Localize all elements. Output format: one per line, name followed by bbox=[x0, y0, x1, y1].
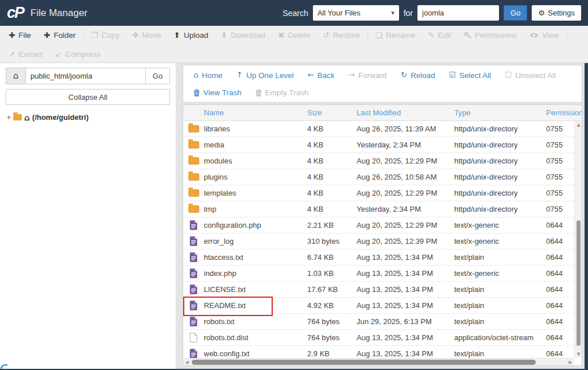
scroll-up-arrow-icon[interactable]: ▲ bbox=[575, 121, 582, 128]
horizontal-scrollbar-thumb[interactable] bbox=[192, 360, 536, 365]
cell-name: libraries bbox=[204, 124, 307, 133]
folder-icon bbox=[183, 173, 204, 181]
toolbar-copy[interactable]: ❐Copy bbox=[85, 26, 126, 45]
toolbar-view[interactable]: View bbox=[523, 26, 565, 45]
scroll-left-arrow-icon[interactable]: ◀ bbox=[183, 359, 191, 366]
scroll-down-arrow-icon[interactable]: ▼ bbox=[575, 350, 582, 358]
table-row-robots-txt[interactable]: robots.txt764 bytesJun 29, 2025, 6:13 PM… bbox=[183, 314, 574, 330]
nav-reload[interactable]: ↻Reload bbox=[394, 71, 442, 80]
table-row-configuration-php[interactable]: configuration.php2.21 KBAug 20, 2025, 12… bbox=[183, 217, 574, 233]
table-body: libraries4 KBAug 26, 2025, 11:39 AMhttpd… bbox=[183, 121, 574, 358]
nav-home[interactable]: ⌂Home bbox=[187, 71, 230, 80]
column-header-name[interactable]: Name bbox=[204, 108, 307, 117]
cell-name: web.config.txt bbox=[204, 349, 307, 358]
table-row-error-log[interactable]: error_log310 bytesAug 20, 2025, 12:39 PM… bbox=[183, 233, 574, 250]
toolbar-rename[interactable]: ❏Rename bbox=[369, 26, 421, 45]
cell-type: httpd/unix-directory bbox=[454, 157, 541, 165]
cell-last-modified: Aug 13, 2025, 1:34 PM bbox=[357, 285, 454, 294]
table-row-media[interactable]: media4 KBYesterday, 2:34 PMhttpd/unix-di… bbox=[183, 137, 574, 153]
collapse-all-button[interactable]: Collapse All bbox=[6, 89, 170, 105]
table-row-modules[interactable]: modules4 KBAug 20, 2025, 12:29 PMhttpd/u… bbox=[183, 153, 574, 169]
toolbar-upload[interactable]: ⬆Upload bbox=[168, 26, 215, 45]
nav-empty-trash[interactable]: Empty Trash bbox=[249, 88, 316, 97]
cell-last-modified: Aug 13, 2025, 1:34 PM bbox=[357, 269, 454, 278]
cell-size: 4 KB bbox=[307, 124, 357, 133]
table-row-htaccess-txt[interactable]: htaccess.txt6.74 KBAug 13, 2025, 1:34 PM… bbox=[183, 250, 574, 266]
toolbar-download[interactable]: ⬇Download bbox=[215, 26, 272, 45]
sidebar: ⌂ Go Collapse All + ⌂ (/home/guidetri) bbox=[0, 63, 176, 369]
toolbar-label: View bbox=[542, 31, 559, 40]
column-header-size[interactable]: Size bbox=[307, 108, 357, 117]
search-input[interactable] bbox=[417, 5, 499, 21]
table-row-web-config-txt[interactable]: web.config.txt2.9 KBAug 13, 2025, 1:34 P… bbox=[183, 346, 574, 358]
cell-size: 2.21 KB bbox=[307, 221, 357, 229]
toolbar-folder[interactable]: ✚Folder bbox=[37, 26, 82, 45]
cell-name: media bbox=[204, 141, 307, 149]
table-row-robots-txt-dist[interactable]: robots.txt.dist764 bytesAug 13, 2025, 1:… bbox=[183, 330, 574, 346]
toolbar-delete[interactable]: ✖Delete bbox=[272, 26, 316, 45]
column-header-permissions[interactable]: Permissions bbox=[541, 108, 582, 117]
tree-expander-icon[interactable]: + bbox=[7, 114, 11, 122]
toolbar-extract[interactable]: ↗Extract bbox=[2, 45, 49, 64]
toolbar-restore[interactable]: ↺Restore bbox=[316, 26, 366, 45]
table-row-templates[interactable]: templates4 KBAug 20, 2025, 12:29 PMhttpd… bbox=[183, 185, 574, 201]
search-scope-select[interactable]: All Your Files ▾ bbox=[313, 5, 399, 21]
vertical-scrollbar[interactable]: ▲ ▼ bbox=[574, 121, 582, 358]
cell-size: 764 bytes bbox=[307, 317, 357, 326]
path-home-button[interactable]: ⌂ bbox=[6, 68, 25, 84]
toolbar-edit[interactable]: ✎Edit bbox=[421, 26, 458, 45]
nav-label: Select All bbox=[459, 71, 492, 80]
key-icon bbox=[464, 32, 471, 39]
toolbar-separator bbox=[83, 29, 84, 42]
path-go-button[interactable]: Go bbox=[146, 68, 170, 84]
cell-size: 17.67 KB bbox=[307, 285, 357, 294]
nav-forward[interactable]: →Forward bbox=[342, 71, 394, 80]
column-header-type[interactable]: Type bbox=[454, 108, 541, 117]
cell-last-modified: Aug 13, 2025, 1:34 PM bbox=[357, 333, 454, 342]
directory-tree-root[interactable]: + ⌂ (/home/guidetri) bbox=[6, 113, 170, 122]
cpanel-footer-logo-fragment bbox=[0, 364, 10, 369]
table-row-libraries[interactable]: libraries4 KBAug 26, 2025, 11:39 AMhttpd… bbox=[183, 121, 574, 137]
toolbar-compress[interactable]: ↙Compress bbox=[49, 45, 107, 64]
cell-type: text/plain bbox=[454, 301, 541, 310]
delete-icon: ✖ bbox=[278, 32, 284, 40]
table-row-plugins[interactable]: plugins4 KBAug 26, 2025, 10:58 AMhttpd/u… bbox=[183, 169, 574, 185]
toolbar-label: Folder bbox=[53, 31, 75, 40]
cell-size: 4 KB bbox=[307, 189, 357, 197]
nav-select-all[interactable]: ☑Select All bbox=[442, 71, 498, 80]
cell-permissions: 0644 bbox=[541, 221, 574, 229]
vertical-scrollbar-thumb[interactable] bbox=[577, 220, 581, 346]
for-label: for bbox=[404, 9, 413, 18]
file-icon bbox=[183, 301, 204, 310]
nav-unselect-all[interactable]: ☐Unselect All bbox=[498, 71, 563, 80]
search-go-button[interactable]: Go bbox=[504, 5, 527, 21]
settings-button[interactable]: ⚙ Settings bbox=[532, 5, 581, 21]
cell-permissions: 0644 bbox=[541, 317, 574, 326]
check-on-icon: ☑ bbox=[449, 71, 456, 79]
nav-view-trash[interactable]: View Trash bbox=[187, 88, 249, 97]
nav-label: Up One Level bbox=[246, 71, 294, 80]
table-row-index-php[interactable]: index.php1.03 KBAug 13, 2025, 1:34 PMtex… bbox=[183, 266, 574, 282]
tree-root-label[interactable]: (/home/guidetri) bbox=[32, 113, 88, 122]
home-icon: ⌂ bbox=[13, 72, 19, 80]
nav-label: Unselect All bbox=[515, 71, 556, 80]
path-bar: ⌂ Go bbox=[6, 68, 170, 84]
scroll-right-arrow-icon[interactable]: ▶ bbox=[567, 359, 574, 366]
path-input[interactable] bbox=[25, 68, 146, 84]
cell-permissions: 0644 bbox=[541, 301, 574, 310]
toolbar-file[interactable]: ✚File bbox=[2, 26, 37, 45]
nav-back[interactable]: ←Back bbox=[300, 71, 341, 80]
toolbar-label: File bbox=[18, 31, 31, 40]
cell-last-modified: Jun 29, 2025, 6:13 PM bbox=[357, 317, 454, 326]
nav-up-one-level[interactable]: ↑Up One Level bbox=[230, 71, 301, 80]
cell-permissions: 0644 bbox=[541, 285, 574, 294]
toolbar-move[interactable]: ✥Move bbox=[126, 26, 167, 45]
cell-name: robots.txt.dist bbox=[204, 333, 307, 342]
file-manager-window: cP File Manager Search All Your Files ▾ … bbox=[0, 0, 588, 370]
horizontal-scrollbar[interactable]: ◀ ▶ bbox=[183, 358, 574, 365]
column-header-last-modified[interactable]: Last Modified bbox=[357, 108, 454, 117]
table-row-tmp[interactable]: tmp4 KBYesterday, 2:34 PMhttpd/unix-dire… bbox=[183, 201, 574, 217]
toolbar-permissions[interactable]: Permissions bbox=[458, 26, 524, 45]
table-row-readme-txt[interactable]: README.txt4.92 KBAug 13, 2025, 1:34 PMte… bbox=[183, 298, 574, 314]
table-row-license-txt[interactable]: LICENSE.txt17.67 KBAug 13, 2025, 1:34 PM… bbox=[183, 282, 574, 298]
